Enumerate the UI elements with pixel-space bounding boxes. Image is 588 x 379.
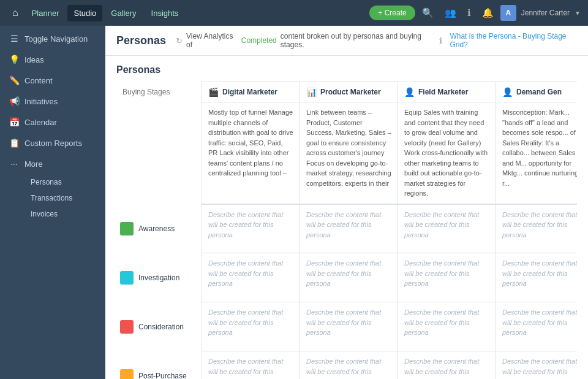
search-icon[interactable]: 🔍 bbox=[418, 5, 438, 21]
create-button[interactable]: + Create bbox=[369, 6, 415, 20]
stage-content-1-2[interactable]: Describe the content that will be create… bbox=[398, 253, 496, 302]
stage-content-3-1[interactable]: Describe the content that will be create… bbox=[300, 351, 398, 380]
field-marketer-icon: 👤 bbox=[404, 87, 415, 97]
desc-cell-2: Equip Sales with training and content th… bbox=[398, 102, 496, 204]
sidebar-initiatives-label: Initiatives bbox=[24, 97, 58, 106]
placeholder-text-2-3: Describe the content that will be create… bbox=[502, 308, 577, 336]
persona-label-2: Field Marketer bbox=[418, 88, 468, 96]
stage-color-3 bbox=[120, 369, 134, 380]
placeholder-text-2-1: Describe the content that will be create… bbox=[306, 308, 381, 336]
custom-reports-icon: 📋 bbox=[9, 138, 20, 148]
users-icon[interactable]: 👥 bbox=[440, 5, 461, 21]
persona-col-3: 👤 Demand Gen bbox=[496, 82, 578, 102]
desc-cell-0: Mostly top of funnel Manage multiple cha… bbox=[202, 102, 300, 204]
persona-col-1: 📊 Product Marketer bbox=[300, 82, 398, 102]
persona-col-0: 🎬 Digital Marketer bbox=[202, 82, 300, 102]
stage-row-1: InvestigationDescribe the content that w… bbox=[116, 253, 577, 302]
user-name[interactable]: Jennifer Carter bbox=[519, 9, 572, 17]
stage-label-cell-0: Awareness bbox=[116, 204, 202, 253]
stage-content-2-3[interactable]: Describe the content that will be create… bbox=[496, 302, 578, 351]
sidebar-item-personas[interactable]: Personas bbox=[24, 174, 105, 190]
stage-name-1: Investigation bbox=[138, 274, 179, 282]
sidebar-item-transactions[interactable]: Transactions bbox=[24, 190, 105, 206]
breadcrumb-bar: Personas ↻ View Analytics of Completed c… bbox=[105, 26, 588, 56]
main-content: Personas ↻ View Analytics of Completed c… bbox=[105, 26, 588, 379]
buying-stages-title: Buying Stages bbox=[123, 88, 170, 96]
initiatives-icon: 📢 bbox=[9, 96, 20, 106]
personas-label: Personas bbox=[31, 178, 62, 186]
completed-link[interactable]: Completed bbox=[241, 36, 277, 45]
personas-grid: Buying Stages 🎬 Digital Marketer � bbox=[116, 82, 577, 379]
persona-col-2: 👤 Field Marketer bbox=[398, 82, 496, 102]
analytics-rest-text: content broken out by personas and buyin… bbox=[281, 32, 436, 49]
nav-planner[interactable]: Planner bbox=[26, 5, 66, 21]
sidebar-item-ideas[interactable]: 💡 Ideas bbox=[0, 49, 105, 70]
placeholder-text-0-1: Describe the content that will be create… bbox=[306, 211, 381, 239]
stage-content-3-0[interactable]: Describe the content that will be create… bbox=[202, 351, 300, 380]
placeholder-text-0-3: Describe the content that will be create… bbox=[502, 211, 577, 239]
stage-content-3-2[interactable]: Describe the content that will be create… bbox=[398, 351, 496, 380]
sidebar-toggle-navigation[interactable]: ☰ Toggle Navigation bbox=[0, 28, 105, 49]
stage-label-cell-1: Investigation bbox=[116, 253, 202, 302]
stage-content-2-0[interactable]: Describe the content that will be create… bbox=[202, 302, 300, 351]
product-marketer-icon: 📊 bbox=[306, 87, 317, 97]
placeholder-text-1-1: Describe the content that will be create… bbox=[306, 259, 381, 287]
sidebar-item-content[interactable]: ✏️ Content bbox=[0, 70, 105, 91]
personas-section-title: Personas bbox=[116, 64, 577, 75]
invoices-label: Invoices bbox=[31, 210, 58, 218]
page-title: Personas bbox=[116, 34, 166, 47]
stage-row-0: AwarenessDescribe the content that will … bbox=[116, 204, 577, 253]
stage-content-0-0[interactable]: Describe the content that will be create… bbox=[202, 204, 300, 253]
sidebar-calendar-label: Calendar bbox=[24, 118, 57, 127]
placeholder-text-1-2: Describe the content that will be create… bbox=[404, 259, 479, 287]
chevron-down-icon[interactable]: ▼ bbox=[575, 10, 581, 17]
sidebar-item-initiatives[interactable]: 📢 Initiatives bbox=[0, 91, 105, 112]
stage-color-0 bbox=[120, 222, 134, 235]
sidebar-submenu: Personas Transactions Invoices bbox=[0, 174, 105, 222]
placeholder-text-3-0: Describe the content that will be create… bbox=[208, 358, 283, 379]
stage-color-2 bbox=[120, 320, 134, 334]
personas-table: Buying Stages 🎬 Digital Marketer � bbox=[116, 82, 577, 379]
info-icon[interactable]: ℹ bbox=[463, 5, 475, 21]
stage-content-1-0[interactable]: Describe the content that will be create… bbox=[202, 253, 300, 302]
content-icon: ✏️ bbox=[9, 75, 20, 85]
nav-insights[interactable]: Insights bbox=[145, 5, 185, 21]
stage-content-0-3[interactable]: Describe the content that will be create… bbox=[496, 204, 578, 253]
stage-name-2: Consideration bbox=[138, 323, 184, 331]
sidebar-item-invoices[interactable]: Invoices bbox=[24, 206, 105, 222]
stage-content-3-3[interactable]: Describe the content that will be create… bbox=[496, 351, 578, 380]
bell-icon[interactable]: 🔔 bbox=[478, 5, 498, 21]
what-is-persona-link[interactable]: What is the Persona - Buying Stage Grid? bbox=[450, 32, 577, 49]
placeholder-text-0-2: Describe the content that will be create… bbox=[404, 211, 479, 239]
personas-header-row: Buying Stages 🎬 Digital Marketer � bbox=[116, 82, 577, 102]
more-icon: ··· bbox=[9, 159, 20, 169]
stage-content-1-1[interactable]: Describe the content that will be create… bbox=[300, 253, 398, 302]
sidebar-item-custom-reports[interactable]: 📋 Custom Reports bbox=[0, 132, 105, 153]
desc-cell-1: Link between teams – Product, Customer S… bbox=[300, 102, 398, 204]
nav-studio[interactable]: Studio bbox=[67, 5, 102, 21]
sidebar-custom-reports-label: Custom Reports bbox=[24, 139, 82, 148]
description-row: Mostly top of funnel Manage multiple cha… bbox=[116, 102, 577, 204]
stage-content-2-2[interactable]: Describe the content that will be create… bbox=[398, 302, 496, 351]
sidebar-toggle-label: Toggle Navigation bbox=[24, 34, 88, 44]
stage-color-1 bbox=[120, 271, 134, 285]
sidebar-item-calendar[interactable]: 📅 Calendar bbox=[0, 112, 105, 132]
stage-content-0-1[interactable]: Describe the content that will be create… bbox=[300, 204, 398, 253]
refresh-icon: ↻ bbox=[176, 36, 183, 45]
stage-content-1-3[interactable]: Describe the content that will be create… bbox=[496, 253, 578, 302]
stage-row-3: Post-PurchaseDescribe the content that w… bbox=[116, 351, 577, 380]
stage-content-0-2[interactable]: Describe the content that will be create… bbox=[398, 204, 496, 253]
home-icon[interactable]: ⌂ bbox=[7, 4, 23, 22]
stage-content-2-1[interactable]: Describe the content that will be create… bbox=[300, 302, 398, 351]
avatar[interactable]: A bbox=[500, 5, 516, 21]
stage-label-cell-3: Post-Purchase bbox=[116, 351, 202, 380]
breadcrumb-info-icon[interactable]: ℹ bbox=[439, 36, 442, 45]
sidebar-item-more[interactable]: ··· More bbox=[0, 153, 105, 174]
placeholder-text-1-3: Describe the content that will be create… bbox=[502, 259, 577, 287]
nav-gallery[interactable]: Gallery bbox=[105, 5, 142, 21]
stage-name-0: Awareness bbox=[138, 224, 175, 233]
persona-label-0: Digital Marketer bbox=[222, 88, 277, 96]
demand-gen-icon: 👤 bbox=[502, 87, 513, 97]
personas-section: Personas Buying Stages 🎬 Digital Markete… bbox=[105, 56, 588, 379]
top-navigation: ⌂ Planner Studio Gallery Insights + Crea… bbox=[0, 0, 588, 26]
